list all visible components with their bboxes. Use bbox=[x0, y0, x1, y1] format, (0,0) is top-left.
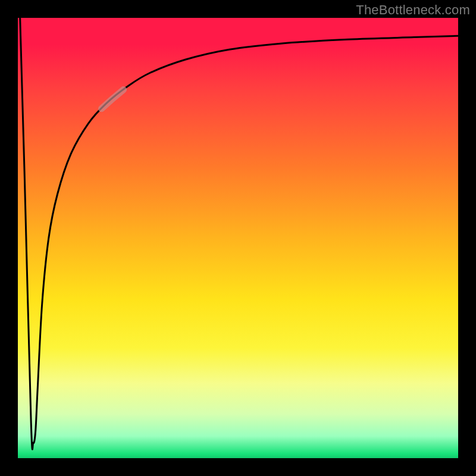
chart-frame: TheBottleneck.com bbox=[0, 0, 476, 476]
curve-highlight bbox=[102, 90, 124, 109]
plot-area bbox=[18, 18, 458, 458]
attribution-text: TheBottleneck.com bbox=[356, 2, 470, 18]
curve-path bbox=[20, 18, 458, 449]
curve-svg bbox=[18, 18, 458, 458]
